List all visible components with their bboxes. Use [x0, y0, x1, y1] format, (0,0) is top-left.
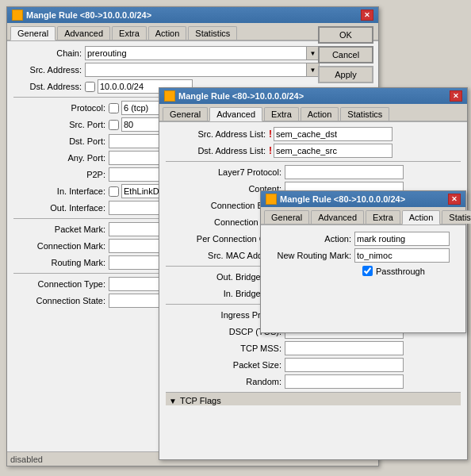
third-window-icon	[266, 194, 277, 205]
dst-indicator: !	[269, 145, 272, 156]
routing-mark-label: Routing Mark:	[29, 258, 109, 267]
new-routing-mark-row: New Routing Mark:	[267, 248, 459, 263]
p2p-label: P2P:	[45, 170, 109, 179]
new-routing-mark-input[interactable]	[354, 248, 450, 263]
third-tab-extra[interactable]: Extra	[366, 210, 400, 224]
connection-mark-label: Connection Mark:	[29, 241, 109, 251]
passthrough-checkbox[interactable]	[362, 266, 373, 276]
src-address-list-row: Src. Address List: !	[166, 127, 461, 141]
layer7-row: Layer7 Protocol:	[166, 165, 461, 179]
third-tab-action[interactable]: Action	[402, 210, 441, 225]
third-tab-advanced[interactable]: Advanced	[311, 210, 364, 224]
packet-size-row: Packet Size:	[166, 358, 461, 372]
tab-action[interactable]: Action	[148, 26, 187, 40]
src-address-input[interactable]	[85, 63, 307, 77]
tab-general[interactable]: General	[10, 26, 56, 40]
action-row: Action:	[267, 232, 459, 246]
src-port-checkbox[interactable]	[109, 120, 119, 130]
passthrough-row: Passthrough	[362, 266, 459, 276]
second-tab-extra[interactable]: Extra	[264, 107, 299, 121]
any-port-label: Any. Port:	[45, 153, 109, 163]
random-input[interactable]	[285, 374, 404, 389]
src-address-list-label: Src. Address List:	[166, 129, 269, 139]
status-text: disabled	[10, 455, 43, 464]
tcp-flags-row[interactable]: ▼ TCP Flags	[166, 392, 461, 405]
out-interface-label: Out. Interface:	[45, 203, 109, 213]
action-input[interactable]	[354, 232, 450, 246]
in-interface-checkbox[interactable]	[109, 186, 119, 197]
dst-address-list-row: Dst. Address List: !	[166, 144, 461, 158]
second-window-title: Mangle Rule <80->10.0.0.0/24>	[178, 91, 304, 101]
second-titlebar: Mangle Rule <80->10.0.0.0/24> ✕	[159, 88, 467, 104]
tab-statistics[interactable]: Statistics	[188, 26, 237, 40]
main-window-title: Mangle Rule <80->10.0.0.0/24>	[26, 10, 151, 20]
tab-advanced[interactable]: Advanced	[57, 26, 110, 40]
connection-state-label: Connection State:	[21, 296, 109, 305]
dst-address-list-input[interactable]	[274, 144, 392, 158]
dst-address-label: Dst. Address:	[13, 82, 85, 91]
passthrough-label: Passthrough	[376, 267, 425, 276]
third-window-title: Mangle Rule <80->10.0.0.0/24>	[280, 194, 405, 204]
src-indicator: !	[269, 129, 272, 140]
packet-mark-label: Packet Mark:	[29, 225, 109, 234]
dst-address-list-label: Dst. Address List:	[166, 146, 269, 155]
action-buttons: OK Cancel Apply	[318, 26, 373, 83]
third-close-button[interactable]: ✕	[448, 194, 461, 205]
second-tab-general[interactable]: General	[163, 107, 208, 121]
src-address-list-input[interactable]	[274, 127, 392, 141]
tab-extra[interactable]: Extra	[112, 26, 147, 40]
random-label: Random:	[166, 377, 285, 386]
random-row: Random:	[166, 374, 461, 389]
layer7-label: Layer7 Protocol:	[166, 167, 285, 177]
tcp-mss-input[interactable]	[285, 341, 404, 355]
in-interface-label: In. Interface:	[45, 186, 109, 196]
third-window: Mangle Rule <80->10.0.0.0/24> ✕ General …	[260, 190, 466, 333]
third-tab-statistics[interactable]: Statistics	[442, 210, 471, 224]
protocol-label: Protocol:	[45, 103, 109, 113]
tcp-flags-label: TCP Flags	[180, 396, 221, 405]
tcp-mss-row: TCP MSS:	[166, 341, 461, 355]
layer7-input[interactable]	[285, 165, 404, 179]
chain-input[interactable]	[85, 46, 307, 60]
apply-button[interactable]: Apply	[318, 66, 373, 83]
window-icon	[12, 10, 23, 21]
second-tab-action[interactable]: Action	[301, 107, 339, 121]
packet-size-label: Packet Size:	[166, 360, 285, 370]
src-address-label: Src. Address:	[13, 65, 85, 75]
second-divider1	[166, 161, 461, 162]
dst-port-label: Dst. Port:	[45, 136, 109, 146]
action-label: Action:	[267, 234, 354, 244]
protocol-checkbox[interactable]	[109, 103, 119, 113]
cancel-button[interactable]: Cancel	[318, 46, 373, 63]
src-port-label: Src. Port:	[45, 120, 109, 129]
dst-address-checkbox[interactable]	[85, 82, 95, 92]
second-window-icon	[164, 90, 175, 102]
ok-button[interactable]: OK	[318, 26, 373, 44]
close-button[interactable]: ✕	[361, 10, 373, 21]
connection-type-label: Connection Type:	[21, 279, 109, 289]
chain-combo[interactable]: ▼	[85, 46, 320, 60]
second-close-button[interactable]: ✕	[450, 90, 462, 102]
chain-label: Chain:	[13, 48, 85, 58]
tcp-mss-label: TCP MSS:	[166, 344, 285, 353]
third-titlebar: Mangle Rule <80->10.0.0.0/24> ✕	[261, 191, 465, 207]
src-address-combo[interactable]: ▼	[85, 63, 320, 77]
new-routing-mark-label: New Routing Mark:	[267, 251, 354, 260]
third-tab-general[interactable]: General	[264, 210, 309, 224]
packet-size-input[interactable]	[285, 358, 404, 372]
tcp-flags-expand-icon: ▼	[169, 397, 177, 405]
second-tab-advanced[interactable]: Advanced	[209, 107, 262, 121]
main-titlebar: Mangle Rule <80->10.0.0.0/24> ✕	[7, 7, 378, 23]
second-tab-statistics[interactable]: Statistics	[340, 107, 389, 121]
